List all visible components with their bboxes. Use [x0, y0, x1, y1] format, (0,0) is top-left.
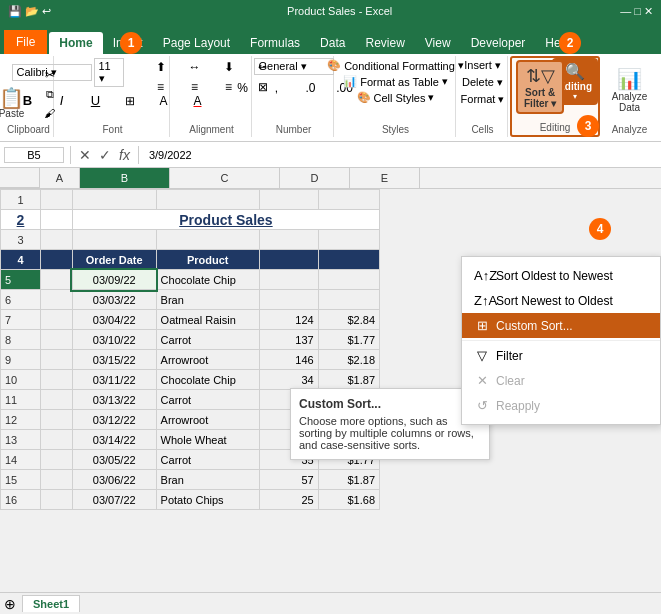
cell-a14[interactable] [41, 450, 73, 470]
add-sheet-button[interactable]: ⊕ [4, 596, 16, 612]
cell-a4[interactable] [41, 250, 73, 270]
cell-c14[interactable]: Carrot [156, 450, 259, 470]
cell-b16[interactable]: 03/07/22 [72, 490, 156, 510]
tab-review[interactable]: Review [355, 32, 414, 54]
cell-a12[interactable] [41, 410, 73, 430]
row-num-15[interactable]: 15 [1, 470, 41, 490]
cell-b14[interactable]: 03/05/22 [72, 450, 156, 470]
cell-b4[interactable]: Order Date [72, 250, 156, 270]
filter-item[interactable]: ▽ Filter [462, 343, 660, 368]
cell-e9[interactable]: $2.18 [318, 350, 379, 370]
cancel-icon[interactable]: ✕ [77, 147, 93, 163]
cell-d16[interactable]: 25 [259, 490, 318, 510]
cell-a2[interactable] [41, 210, 73, 230]
cell-d3[interactable] [259, 230, 318, 250]
title-cell[interactable]: Product Sales [72, 210, 379, 230]
tab-file[interactable]: File [4, 30, 47, 54]
number-format-select[interactable]: General ▾ [254, 58, 334, 75]
confirm-icon[interactable]: ✓ [97, 147, 113, 163]
cell-e7[interactable]: $2.84 [318, 310, 379, 330]
cell-a8[interactable] [41, 330, 73, 350]
cell-e16[interactable]: $1.68 [318, 490, 379, 510]
cell-b5[interactable]: 03/09/22 [72, 270, 156, 290]
cell-a16[interactable] [41, 490, 73, 510]
cell-d7[interactable]: 124 [259, 310, 318, 330]
cell-c5[interactable]: Chocolate Chip [156, 270, 259, 290]
cell-a1[interactable] [41, 190, 73, 210]
row-num-4[interactable]: 4 [1, 250, 41, 270]
cell-b7[interactable]: 03/04/22 [72, 310, 156, 330]
conditional-formatting-button[interactable]: 🎨 Conditional Formatting ▾ [324, 58, 467, 73]
custom-sort-item[interactable]: ⊞ Custom Sort... [462, 313, 660, 338]
cell-e15[interactable]: $1.87 [318, 470, 379, 490]
cell-reference-box[interactable] [4, 147, 64, 163]
cell-a3[interactable] [41, 230, 73, 250]
align-center-button[interactable]: ≡ [179, 78, 211, 96]
col-header-a[interactable]: A [40, 168, 80, 188]
cell-c16[interactable]: Potato Chips [156, 490, 259, 510]
row-num-1[interactable]: 1 [1, 190, 41, 210]
cell-b15[interactable]: 03/06/22 [72, 470, 156, 490]
cell-e1[interactable] [318, 190, 379, 210]
cell-d10[interactable]: 34 [259, 370, 318, 390]
row-num-7[interactable]: 7 [1, 310, 41, 330]
tab-formulas[interactable]: Formulas [240, 32, 310, 54]
font-size-select[interactable]: 11 ▾ [94, 58, 124, 87]
col-header-b[interactable]: B [80, 168, 170, 188]
cell-a15[interactable] [41, 470, 73, 490]
increase-decimal-button[interactable]: .0 [295, 79, 327, 97]
insert-function-icon[interactable]: fx [117, 147, 132, 163]
cell-e6[interactable] [318, 290, 379, 310]
cell-d5[interactable] [259, 270, 318, 290]
cell-e4[interactable] [318, 250, 379, 270]
cell-c15[interactable]: Bran [156, 470, 259, 490]
analyze-data-button[interactable]: 📊 Analyze Data [608, 65, 652, 115]
cell-c8[interactable]: Carrot [156, 330, 259, 350]
percent-button[interactable]: % [227, 79, 259, 97]
tab-view[interactable]: View [415, 32, 461, 54]
col-header-e[interactable]: E [350, 168, 420, 188]
cell-a9[interactable] [41, 350, 73, 370]
row-num-11[interactable]: 11 [1, 390, 41, 410]
cell-d6[interactable] [259, 290, 318, 310]
cell-b6[interactable]: 03/03/22 [72, 290, 156, 310]
sort-asc-item[interactable]: A↑Z Sort Oldest to Newest [462, 263, 660, 288]
cell-a6[interactable] [41, 290, 73, 310]
border-button[interactable]: ⊞ [114, 92, 146, 110]
cell-d4[interactable] [259, 250, 318, 270]
cell-b9[interactable]: 03/15/22 [72, 350, 156, 370]
cell-d1[interactable] [259, 190, 318, 210]
tab-data[interactable]: Data [310, 32, 355, 54]
row-num-12[interactable]: 12 [1, 410, 41, 430]
row-num-16[interactable]: 16 [1, 490, 41, 510]
font-family-select[interactable]: Calibri ▾ [12, 64, 92, 81]
cell-c3[interactable] [156, 230, 259, 250]
tab-developer[interactable]: Developer [461, 32, 536, 54]
cell-c12[interactable]: Arrowroot [156, 410, 259, 430]
cell-c4[interactable]: Product [156, 250, 259, 270]
tab-page-layout[interactable]: Page Layout [153, 32, 240, 54]
delete-cells-button[interactable]: Delete ▾ [459, 75, 506, 90]
cell-e5[interactable] [318, 270, 379, 290]
comma-button[interactable]: , [261, 79, 293, 97]
formula-input[interactable] [145, 148, 657, 162]
cell-b8[interactable]: 03/10/22 [72, 330, 156, 350]
insert-cells-button[interactable]: Insert ▾ [461, 58, 504, 73]
bold-button[interactable]: B [12, 91, 44, 110]
cell-c1[interactable] [156, 190, 259, 210]
row-num-6[interactable]: 6 [1, 290, 41, 310]
row-num-5[interactable]: 5 [1, 270, 41, 290]
row-num-8[interactable]: 8 [1, 330, 41, 350]
col-header-d[interactable]: D [280, 168, 350, 188]
cell-styles-button[interactable]: 🎨 Cell Styles ▾ [354, 90, 438, 105]
cell-c11[interactable]: Carrot [156, 390, 259, 410]
cell-c9[interactable]: Arrowroot [156, 350, 259, 370]
cell-e10[interactable]: $1.87 [318, 370, 379, 390]
sheet-tab-1[interactable]: Sheet1 [22, 595, 80, 612]
row-num-14[interactable]: 14 [1, 450, 41, 470]
sort-desc-item[interactable]: Z↑A Sort Newest to Oldest [462, 288, 660, 313]
cell-b13[interactable]: 03/14/22 [72, 430, 156, 450]
cell-d8[interactable]: 137 [259, 330, 318, 350]
tab-home[interactable]: Home [49, 32, 102, 54]
col-header-c[interactable]: C [170, 168, 280, 188]
